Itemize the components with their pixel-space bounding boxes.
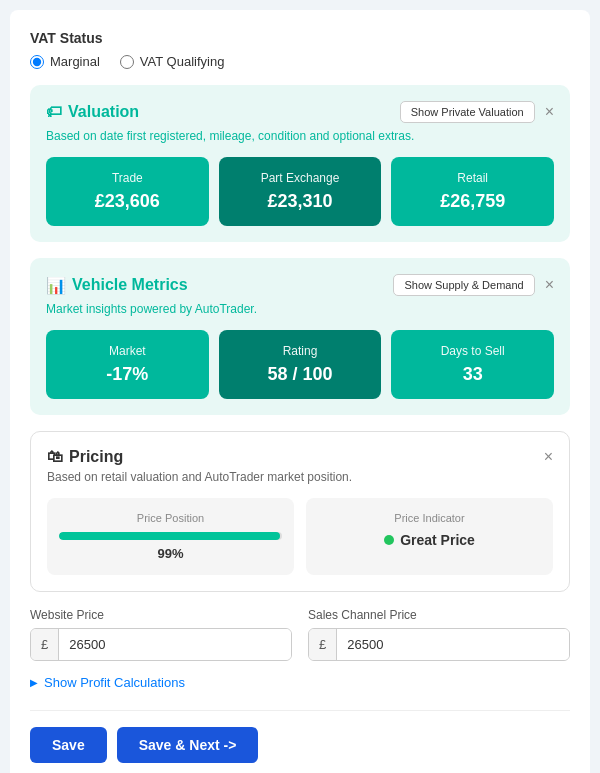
website-price-prefix: £ [31,629,59,660]
price-indicator-label: Price Indicator [318,512,541,524]
price-indicator-value: Great Price [318,532,541,548]
vehicle-metrics-header: 📊 Vehicle Metrics Show Supply & Demand × [46,274,554,296]
vehicle-days-to-sell-value: 33 [401,364,544,385]
valuation-trade: Trade £23,606 [46,157,209,226]
website-price-label: Website Price [30,608,292,622]
valuation-trade-value: £23,606 [56,191,199,212]
show-supply-demand-button[interactable]: Show Supply & Demand [393,274,534,296]
vehicle-rating: Rating 58 / 100 [219,330,382,399]
valuation-header: 🏷 Valuation Show Private Valuation × [46,101,554,123]
pricing-title: 🛍 Pricing [47,448,123,466]
website-price-input[interactable] [59,629,291,660]
progress-bar-fill [59,532,280,540]
vehicle-market-value: -17% [56,364,199,385]
vehicle-rating-value: 58 / 100 [229,364,372,385]
progress-label: 99% [59,546,282,561]
vat-options: Marginal VAT Qualifying [30,54,570,69]
tag-icon: 🏷 [46,103,62,121]
vehicle-metrics-title: 📊 Vehicle Metrics [46,276,188,295]
sales-channel-price-label: Sales Channel Price [308,608,570,622]
green-dot-icon [384,535,394,545]
price-position-box: Price Position 99% [47,498,294,575]
vehicle-days-to-sell: Days to Sell 33 [391,330,554,399]
valuation-part-exchange-label: Part Exchange [229,171,372,185]
divider [30,710,570,711]
valuation-actions: Show Private Valuation × [400,101,554,123]
pricing-close-button[interactable]: × [544,448,553,466]
price-indicator-box: Price Indicator Great Price [306,498,553,575]
valuation-part-exchange-value: £23,310 [229,191,372,212]
vat-label-marginal: Marginal [50,54,100,69]
website-price-wrapper: £ [30,628,292,661]
vehicle-metrics-row: Market -17% Rating 58 / 100 Days to Sell… [46,330,554,399]
valuation-part-exchange: Part Exchange £23,310 [219,157,382,226]
pricing-subtitle: Based on retail valuation and AutoTrader… [47,470,553,484]
bag-icon: 🛍 [47,448,63,466]
pricing-card: 🛍 Pricing × Based on retail valuation an… [30,431,570,592]
sales-channel-price-wrapper: £ [308,628,570,661]
vehicle-rating-label: Rating [229,344,372,358]
website-price-group: Website Price £ [30,608,292,661]
valuation-metrics: Trade £23,606 Part Exchange £23,310 Reta… [46,157,554,226]
sales-channel-price-input[interactable] [337,629,569,660]
vat-radio-marginal[interactable] [30,55,44,69]
vehicle-days-to-sell-label: Days to Sell [401,344,544,358]
valuation-subtitle: Based on date first registered, mileage,… [46,129,554,143]
sales-channel-price-prefix: £ [309,629,337,660]
progress-bar-container [59,532,282,540]
save-next-button[interactable]: Save & Next -> [117,727,259,763]
chart-icon: 📊 [46,276,66,295]
valuation-trade-label: Trade [56,171,199,185]
valuation-card: 🏷 Valuation Show Private Valuation × Bas… [30,85,570,242]
show-profit-label: Show Profit Calculations [44,675,185,690]
action-buttons: Save Save & Next -> [30,727,570,763]
vehicle-metrics-close-button[interactable]: × [545,276,554,294]
vehicle-market: Market -17% [46,330,209,399]
vat-label-qualifying: VAT Qualifying [140,54,225,69]
valuation-retail: Retail £26,759 [391,157,554,226]
vat-option-marginal[interactable]: Marginal [30,54,100,69]
show-private-valuation-button[interactable]: Show Private Valuation [400,101,535,123]
valuation-close-button[interactable]: × [545,103,554,121]
price-position-label: Price Position [59,512,282,524]
vat-title: VAT Status [30,30,570,46]
vehicle-metrics-card: 📊 Vehicle Metrics Show Supply & Demand ×… [30,258,570,415]
vehicle-market-label: Market [56,344,199,358]
valuation-title: 🏷 Valuation [46,103,139,121]
page-container: VAT Status Marginal VAT Qualifying 🏷 Val… [10,10,590,773]
valuation-retail-label: Retail [401,171,544,185]
vehicle-metrics-subtitle: Market insights powered by AutoTrader. [46,302,554,316]
price-inputs-row: Website Price £ Sales Channel Price £ [30,608,570,661]
pricing-metrics: Price Position 99% Price Indicator Great… [47,498,553,575]
vat-radio-qualifying[interactable] [120,55,134,69]
chevron-right-icon: ▶ [30,677,38,688]
show-profit-toggle[interactable]: ▶ Show Profit Calculations [30,675,570,690]
save-button[interactable]: Save [30,727,107,763]
pricing-header: 🛍 Pricing × [47,448,553,466]
vat-section: VAT Status Marginal VAT Qualifying [30,30,570,69]
valuation-retail-value: £26,759 [401,191,544,212]
vehicle-metrics-actions: Show Supply & Demand × [393,274,554,296]
vat-option-qualifying[interactable]: VAT Qualifying [120,54,225,69]
sales-channel-price-group: Sales Channel Price £ [308,608,570,661]
